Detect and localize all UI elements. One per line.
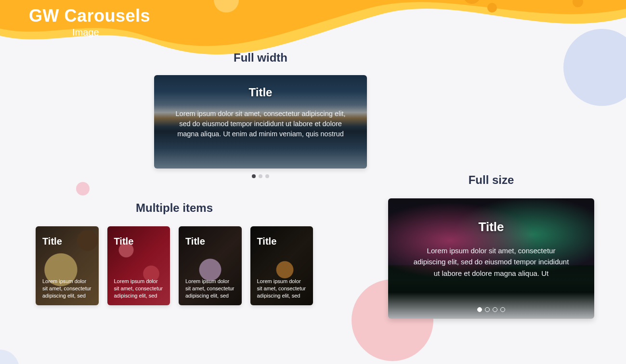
section-fullwidth: Full width Title Lorem ipsum dolor sit a… [154, 51, 367, 178]
section-multiple-items: Multiple items Title Lorem ipsum dolor s… [36, 201, 313, 305]
carousel-dot[interactable] [477, 307, 482, 312]
page-header: GW Carousels Image [29, 6, 150, 38]
carousel-multiple-items[interactable]: Title Lorem ipsum dolor sit amet, consec… [36, 226, 313, 305]
slide-body: Lorem ipsum dolor sit amet, consectetur … [154, 99, 367, 139]
item-body: Lorem ipsum dolor sit amet, consectetur … [185, 278, 235, 299]
carousel-dots-fullsize [477, 307, 505, 312]
carousel-item[interactable]: Title Lorem ipsum dolor sit amet, consec… [179, 226, 242, 305]
slide-title: Title [154, 75, 367, 99]
slide-body: Lorem ipsum dolor sit amet, consectetur … [388, 234, 594, 279]
carousel-item[interactable]: Title Lorem ipsum dolor sit amet, consec… [250, 226, 313, 305]
carousel-dot[interactable] [259, 174, 262, 178]
carousel-dot[interactable] [265, 174, 269, 178]
item-title: Title [257, 236, 307, 247]
item-title: Title [185, 236, 235, 247]
item-body: Lorem ipsum dolor sit amet, consectetur … [114, 278, 164, 299]
page-subtitle: Image [72, 27, 150, 38]
carousel-dot[interactable] [252, 174, 256, 178]
carousel-fullsize[interactable]: Title Lorem ipsum dolor sit amet, consec… [388, 198, 594, 319]
carousel-fullwidth[interactable]: Title Lorem ipsum dolor sit amet, consec… [154, 75, 367, 169]
section-heading-fullwidth: Full width [154, 51, 367, 65]
item-body: Lorem ipsum dolor sit amet, consectetur … [257, 278, 307, 299]
carousel-item[interactable]: Title Lorem ipsum dolor sit amet, consec… [36, 226, 99, 305]
item-title: Title [42, 236, 92, 247]
item-title: Title [114, 236, 164, 247]
page-title: GW Carousels [29, 6, 150, 26]
section-heading-fullsize: Full size [388, 173, 594, 187]
slide-title: Title [388, 198, 594, 234]
carousel-dot[interactable] [493, 307, 497, 312]
item-body: Lorem ipsum dolor sit amet, consectetur … [42, 278, 92, 299]
section-fullsize: Full size Title Lorem ipsum dolor sit am… [388, 173, 594, 319]
carousel-dot[interactable] [485, 307, 490, 312]
carousel-item[interactable]: Title Lorem ipsum dolor sit amet, consec… [107, 226, 170, 305]
carousel-dots-fullwidth [154, 174, 367, 178]
carousel-dot[interactable] [500, 307, 505, 312]
section-heading-multiple: Multiple items [36, 201, 313, 215]
